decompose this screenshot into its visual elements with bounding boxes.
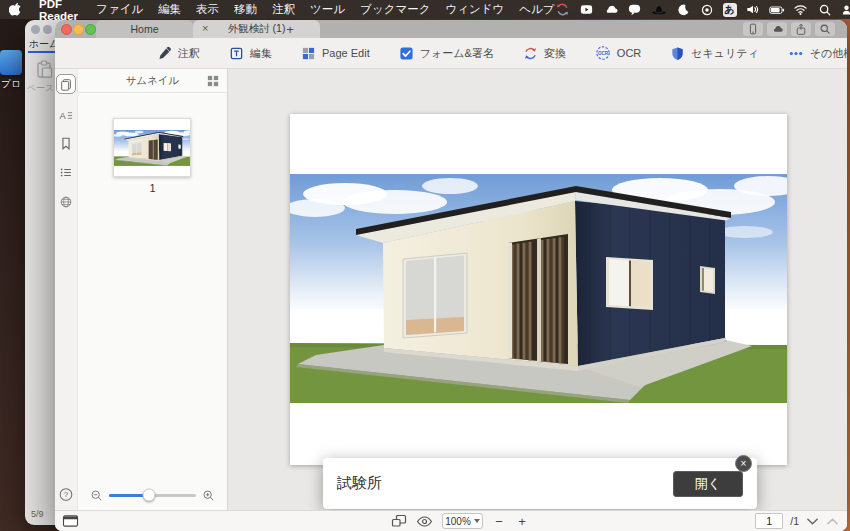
toolbar-page-edit-label: Page Edit [322,47,370,59]
menu-item-edit[interactable]: 編集 [158,2,181,17]
device-button[interactable] [743,22,763,36]
share-button[interactable] [791,22,811,36]
menu-item-bookmarks[interactable]: ブックマーク [360,2,430,17]
panel-toggle-icon[interactable] [62,514,79,528]
toolbar-more-label: その他機能 [810,46,847,61]
zoom-out-button[interactable]: − [492,514,506,529]
menu-item-window[interactable]: ウィンドウ [445,2,504,17]
view-mode-eye-icon[interactable] [416,515,433,528]
hat-icon[interactable] [651,2,667,18]
desktop-app-icon[interactable] [0,50,22,75]
annotations-icon: A [59,108,74,123]
document-viewer[interactable]: 試験所 開く × [228,69,847,510]
toolbar-more[interactable]: その他機能 [788,46,847,61]
desktop-app-icon-label: プロ [0,78,22,91]
menu-bar: PDF Reader ファイル 編集 表示 移動 注釈 ツール ブックマーク ウ… [0,0,850,19]
users-icon[interactable] [841,2,850,18]
shield-icon [670,46,685,61]
apple-icon[interactable] [9,2,22,18]
toolbar-security[interactable]: セキュリティ [670,46,759,61]
search-document-button[interactable] [815,22,835,36]
thumbnails-panel: サムネイル 1 [77,69,228,510]
menu-item-view[interactable]: 表示 [196,2,219,17]
previous-page-chevron-icon[interactable] [806,517,819,526]
battery-icon[interactable] [769,2,785,18]
svg-text:A: A [59,111,66,121]
thumbnail-page-number: 1 [78,182,227,194]
fit-page-icon[interactable] [391,514,407,528]
toolbar-annotate[interactable]: 注釈 [157,46,200,61]
slider-handle[interactable] [143,489,156,502]
svg-text:?: ? [64,490,69,499]
toolbar-ocr[interactable]: OCR OCR [595,45,641,61]
menu-item-annotate[interactable]: 注釈 [272,2,295,17]
toolbar: 注釈 編集 Page Edit フォーム&署名 変換 OCR OCR セキュリテ… [55,38,847,69]
record-icon[interactable] [699,2,715,18]
pdf-page[interactable] [290,114,787,465]
zoom-in-magnifier-icon[interactable] [202,489,215,502]
tab-home-label: Home [130,23,158,35]
inactive-traffic-light [31,25,40,34]
thumbnail-zoom-slider[interactable] [109,494,196,497]
edit-box-icon [229,46,244,61]
ime-icon[interactable]: あ [723,3,737,17]
volume-icon[interactable] [745,2,761,18]
search-icon[interactable] [817,2,833,18]
close-tab-icon[interactable]: × [202,22,208,34]
grid-view-icon[interactable] [207,75,219,87]
page-number-input[interactable] [755,513,783,529]
help-button[interactable]: ? [59,487,74,502]
notification-dialog: 試験所 開く × [323,458,757,509]
sidebar-tab-annotations[interactable]: A [59,108,74,123]
toolbar-forms-sign[interactable]: フォーム&署名 [399,46,494,61]
toolbar-convert-label: 変換 [544,46,566,61]
outline-icon [59,165,73,180]
chevron-down-icon [474,519,480,523]
toolbar-security-label: セキュリティ [691,46,759,61]
play-icon[interactable] [579,2,595,18]
toolbar-edit-label: 編集 [250,46,272,61]
title-bar: Home × 外観検討 (1) + [55,20,847,38]
minimize-window-button[interactable] [73,24,84,35]
tab-home[interactable]: Home [96,20,193,38]
toolbar-convert[interactable]: 変換 [523,46,566,61]
zoom-window-button[interactable] [85,24,96,35]
sidebar-tab-outline[interactable] [59,165,73,180]
menu-app-name[interactable]: PDF Reader [39,0,81,22]
zoom-level-value: 100% [445,516,471,527]
zoom-level-dropdown[interactable]: 100% [442,513,483,529]
svg-text:OCR: OCR [598,51,609,56]
tab-document[interactable]: × 外観検討 (1) [193,20,320,38]
close-window-button[interactable] [61,24,72,35]
thumbnails-icon [59,77,73,92]
menu-item-tools[interactable]: ツール [310,2,345,17]
background-page-indicator: 5/9 [31,509,44,519]
pen-icon [157,46,172,61]
sidebar-tab-bookmarks[interactable] [59,136,73,151]
zoom-out-magnifier-icon[interactable] [90,489,103,502]
sync-icon[interactable] [555,2,571,18]
zoom-in-button[interactable]: + [515,514,529,529]
toolbar-edit[interactable]: 編集 [229,46,272,61]
page-grid-icon [301,46,316,61]
page-total-label: /1 [790,515,799,527]
page-thumbnail[interactable] [113,118,191,177]
wifi-icon[interactable] [793,2,809,18]
menu-item-file[interactable]: ファイル [96,2,143,17]
menu-item-go[interactable]: 移動 [234,2,257,17]
new-tab-button[interactable]: + [282,21,298,37]
sidebar-tab-thumbnails[interactable] [56,74,76,94]
open-button[interactable]: 開く [673,471,743,497]
sidebar-icon-rail: A ? [55,69,77,510]
toolbar-annotate-label: 注釈 [178,46,200,61]
sidebar-tab-stamps[interactable] [59,195,73,209]
menu-item-help[interactable]: ヘルプ [519,2,554,17]
cloud-sync-button[interactable] [767,22,787,36]
moon-icon[interactable] [675,2,691,18]
convert-icon [523,46,538,61]
chat-icon[interactable] [627,2,643,18]
toolbar-page-edit[interactable]: Page Edit [301,46,370,61]
cloud-icon[interactable] [603,2,619,18]
dialog-close-icon[interactable]: × [735,455,752,472]
next-page-chevron-icon[interactable] [826,517,839,526]
